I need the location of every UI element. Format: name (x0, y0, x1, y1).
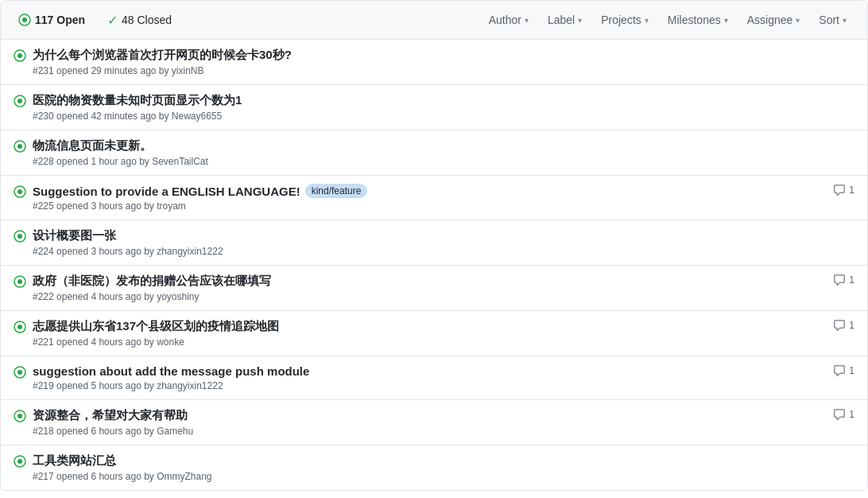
comment-icon (833, 364, 846, 377)
milestones-filter-button[interactable]: Milestones ▾ (660, 9, 736, 31)
issue-title[interactable]: 政府（非医院）发布的捐赠公告应该在哪填写 (33, 274, 820, 289)
closed-issues-button[interactable]: ✓ 48 Closed (103, 10, 176, 31)
issue-title[interactable]: suggestion about add the message push mo… (33, 364, 820, 378)
issue-content: 医院的物资数量未知时页面显示个数为1 #230 opened 42 minute… (33, 93, 842, 122)
issue-item: 为什么每个浏览器首次打开网页的时候会卡30秒? #231 opened 29 m… (1, 40, 867, 85)
open-issues-button[interactable]: 117 Open (14, 10, 90, 29)
issue-meta: #228 opened 1 hour ago by SevenTailCat (33, 156, 842, 167)
issue-item: 医院的物资数量未知时页面显示个数为1 #230 opened 42 minute… (1, 85, 867, 130)
issue-number: #221 (33, 337, 54, 348)
issue-left: 政府（非医院）发布的捐赠公告应该在哪填写 #222 opened 4 hours… (14, 274, 820, 302)
issue-title[interactable]: 物流信息页面未更新。 (33, 138, 842, 154)
issue-meta: #231 opened 29 minutes ago by yixinNB (33, 65, 842, 76)
issue-left: 物流信息页面未更新。 #228 opened 1 hour ago by Sev… (14, 138, 842, 167)
issue-number: #218 (33, 426, 54, 437)
assignee-filter-button[interactable]: Assignee ▾ (739, 9, 808, 31)
milestones-filter-label: Milestones (668, 14, 721, 26)
issue-title-text: 志愿提供山东省137个县级区划的疫情追踪地图 (33, 319, 279, 334)
issue-title-text: Suggestion to provide a ENGLISH LANGUAGE… (33, 185, 300, 198)
issue-opened-text: opened 6 hours ago by (56, 471, 157, 482)
comment-icon (833, 274, 846, 286)
svg-point-17 (17, 370, 22, 375)
comment-count: 1 (833, 184, 854, 196)
issue-left: suggestion about add the message push mo… (14, 364, 820, 391)
svg-point-19 (17, 414, 22, 418)
issue-title-text: suggestion about add the message push mo… (33, 364, 309, 378)
issue-author[interactable]: zhangyixin1222 (157, 246, 223, 257)
svg-point-1 (22, 18, 27, 22)
assignee-filter-label: Assignee (747, 14, 793, 26)
comment-icon (833, 319, 846, 332)
comment-number: 1 (849, 274, 854, 286)
issues-container: 117 Open ✓ 48 Closed Author ▾ Label ▾ Pr… (0, 0, 868, 491)
closed-count-label: 48 Closed (122, 14, 172, 26)
issue-number: #219 (33, 380, 54, 391)
issue-author[interactable]: yixinNB (172, 65, 204, 76)
issue-label[interactable]: kind/feature (305, 184, 368, 198)
issue-left: 工具类网站汇总 #217 opened 6 hours ago by OmmyZ… (14, 453, 842, 482)
svg-point-7 (17, 144, 22, 149)
issue-content: Suggestion to provide a ENGLISH LANGUAGE… (33, 184, 820, 212)
sort-filter-button[interactable]: Sort ▾ (811, 9, 854, 31)
issue-opened-text: opened 4 hours ago by (56, 291, 157, 302)
issue-meta: #225 opened 3 hours ago by troyam (33, 200, 820, 212)
sort-filter-label: Sort (819, 14, 839, 26)
issue-item: 资源整合，希望对大家有帮助 #218 opened 6 hours ago by… (1, 400, 867, 445)
open-issue-icon (18, 14, 31, 26)
open-count-label: 117 Open (35, 14, 85, 26)
issue-item: 物流信息页面未更新。 #228 opened 1 hour ago by Sev… (1, 130, 867, 176)
issue-right: 1 (820, 408, 854, 421)
issue-author[interactable]: Neway6655 (172, 111, 222, 122)
comment-number: 1 (849, 409, 854, 420)
issue-left: Suggestion to provide a ENGLISH LANGUAGE… (14, 184, 820, 212)
issue-open-icon (14, 366, 26, 381)
issue-content: suggestion about add the message push mo… (33, 364, 820, 391)
check-icon: ✓ (107, 13, 118, 28)
comment-icon (833, 408, 846, 421)
issue-title[interactable]: 志愿提供山东省137个县级区划的疫情追踪地图 (33, 319, 820, 334)
svg-point-15 (17, 325, 22, 329)
issue-title[interactable]: 工具类网站汇总 (33, 453, 842, 469)
issue-author[interactable]: OmmyZhang (157, 471, 211, 482)
issue-left: 志愿提供山东省137个县级区划的疫情追踪地图 #221 opened 4 hou… (14, 319, 820, 348)
comment-number: 1 (849, 185, 854, 196)
svg-point-5 (17, 99, 22, 103)
issue-title[interactable]: 医院的物资数量未知时页面显示个数为1 (33, 93, 842, 108)
issue-number: #230 (33, 111, 54, 122)
issue-content: 工具类网站汇总 #217 opened 6 hours ago by OmmyZ… (33, 453, 842, 482)
issue-title[interactable]: 为什么每个浏览器首次打开网页的时候会卡30秒? (33, 48, 842, 63)
issue-author[interactable]: zhangyixin1222 (157, 380, 223, 391)
issue-open-icon (14, 230, 26, 245)
projects-chevron-icon: ▾ (645, 16, 649, 25)
author-chevron-icon: ▾ (525, 16, 529, 25)
issue-item: 工具类网站汇总 #217 opened 6 hours ago by OmmyZ… (1, 445, 867, 490)
issue-author[interactable]: Gamehu (157, 426, 193, 437)
issue-title[interactable]: 资源整合，希望对大家有帮助 (33, 408, 820, 423)
projects-filter-button[interactable]: Projects ▾ (593, 9, 657, 31)
issue-meta: #217 opened 6 hours ago by OmmyZhang (33, 471, 842, 482)
issue-meta: #222 opened 4 hours ago by yoyoshiny (33, 291, 820, 302)
issue-item: 设计概要图一张 #224 opened 3 hours ago by zhang… (1, 220, 867, 266)
issue-opened-text: opened 1 hour ago by (56, 156, 152, 167)
issue-meta: #230 opened 42 minutes ago by Neway6655 (33, 111, 842, 122)
issue-author[interactable]: troyam (157, 200, 186, 212)
issue-author[interactable]: SevenTailCat (152, 156, 208, 167)
issue-open-icon (14, 275, 26, 290)
issue-right: 1 (820, 364, 854, 377)
comment-number: 1 (849, 365, 854, 376)
issue-open-icon (14, 95, 26, 110)
issue-item: 政府（非医院）发布的捐赠公告应该在哪填写 #222 opened 4 hours… (1, 266, 867, 311)
label-filter-button[interactable]: Label ▾ (540, 9, 590, 31)
issue-title[interactable]: Suggestion to provide a ENGLISH LANGUAGE… (33, 184, 820, 198)
issue-number: #228 (33, 156, 54, 167)
issue-opened-text: opened 3 hours ago by (56, 200, 157, 212)
issue-title-text: 医院的物资数量未知时页面显示个数为1 (33, 93, 242, 108)
issue-author[interactable]: wonke (157, 337, 184, 348)
issue-title[interactable]: 设计概要图一张 (33, 228, 842, 243)
issue-list: 为什么每个浏览器首次打开网页的时候会卡30秒? #231 opened 29 m… (1, 40, 867, 490)
issue-opened-text: opened 6 hours ago by (56, 426, 157, 437)
author-filter-button[interactable]: Author ▾ (481, 9, 537, 31)
issue-open-icon (14, 140, 26, 155)
issue-author[interactable]: yoyoshiny (157, 291, 199, 302)
issue-number: #231 (33, 65, 54, 76)
